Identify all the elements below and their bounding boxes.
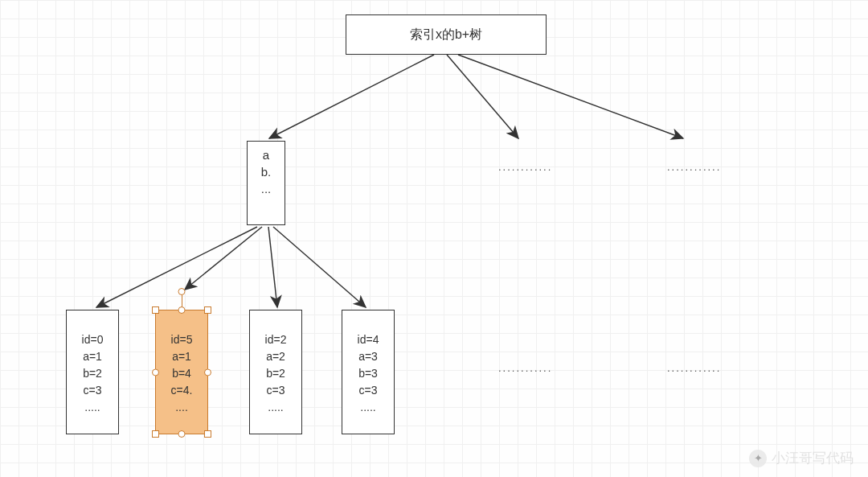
grid-background (0, 0, 868, 477)
ellipsis-leaf-2: ............ (667, 362, 721, 374)
watermark-text: 小汪哥写代码 (772, 449, 854, 467)
leaf-id: id=0 (82, 331, 104, 348)
resize-handle-tr[interactable] (204, 306, 211, 314)
leaf-more: ..... (268, 399, 283, 416)
resize-handle-br[interactable] (204, 430, 211, 438)
rotate-connector (182, 294, 182, 307)
leaf-node-2[interactable]: id=2 a=2 b=2 c=3 ..... (249, 310, 302, 434)
rotate-handle[interactable] (178, 288, 186, 295)
leaf-more: .... (175, 399, 188, 416)
leaf-c: c=4. (171, 382, 193, 399)
leaf-a: a=3 (358, 348, 378, 365)
mid-line-b: b. (261, 163, 272, 180)
leaf-b: b=2 (266, 365, 285, 382)
leaf-id: id=2 (265, 331, 287, 348)
leaf-a: a=2 (266, 348, 285, 365)
leaf-node-0[interactable]: id=0 a=1 b=2 c=3 ..... (66, 310, 119, 434)
leaf-more: ..... (360, 399, 375, 416)
internal-node[interactable]: a b. ... (247, 141, 285, 225)
mid-line-more: ... (261, 180, 272, 197)
leaf-node-3[interactable]: id=4 a=3 b=3 c=3 ..... (342, 310, 395, 434)
watermark: ✦ 小汪哥写代码 (749, 449, 854, 467)
leaf-c: c=3 (267, 382, 285, 399)
leaf-b: b=2 (83, 365, 102, 382)
resize-handle-r[interactable] (204, 368, 211, 376)
wechat-icon: ✦ (749, 450, 767, 467)
root-node[interactable]: 索引x的b+树 (346, 14, 547, 55)
mid-line-a: a (263, 146, 269, 163)
ellipsis-mid-1: ............ (498, 161, 552, 173)
resize-handle-b[interactable] (178, 430, 186, 438)
leaf-c: c=3 (359, 382, 378, 399)
leaf-c: c=3 (84, 382, 102, 399)
leaf-b: b=3 (358, 365, 378, 382)
leaf-more: ..... (84, 399, 100, 416)
leaf-a: a=1 (172, 348, 191, 365)
leaf-a: a=1 (83, 348, 102, 365)
ellipsis-leaf-1: ............ (498, 362, 552, 374)
leaf-b: b=4 (172, 365, 191, 382)
root-label: 索引x的b+树 (410, 26, 482, 43)
leaf-id: id=5 (171, 331, 193, 348)
leaf-node-1-selected[interactable]: id=5 a=1 b=4 c=4. .... (155, 310, 208, 434)
ellipsis-mid-2: ............ (667, 161, 721, 173)
resize-handle-l[interactable] (152, 368, 159, 376)
resize-handle-tl[interactable] (152, 306, 159, 314)
resize-handle-t[interactable] (178, 306, 186, 314)
leaf-id: id=4 (358, 331, 379, 348)
resize-handle-bl[interactable] (152, 430, 159, 438)
